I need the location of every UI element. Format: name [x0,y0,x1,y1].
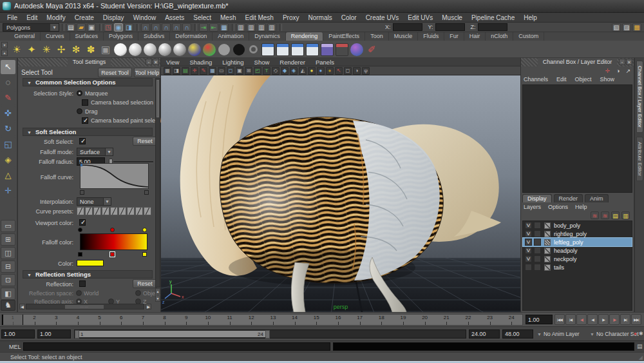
shading-map-icon[interactable] [203,43,216,56]
time-slider-frame[interactable]: 8 [154,315,176,325]
layer-name[interactable]: leftleg_poly [554,239,583,246]
shelf-tab[interactable]: Hair [464,32,486,41]
surface-shader-icon[interactable] [218,44,230,55]
input-connections-icon[interactable]: ⇥ [199,23,208,32]
create-layer-from-selected-icon[interactable]: ▥ [621,211,630,219]
spot-light-icon[interactable]: ✦ [25,43,38,57]
color-swatch[interactable] [77,260,104,266]
step-forward-frame-button[interactable]: ▶| [620,314,630,325]
shelf-tab[interactable]: Deformation [170,32,213,41]
shelf-tab[interactable]: Toon [365,32,389,41]
shelf-tab[interactable]: Subdivs [138,32,170,41]
four-pane-layout[interactable]: ⊞ [1,233,15,246]
layer-type-icon[interactable] [544,256,551,262]
marquee-label[interactable]: Marquee [85,90,108,97]
anisotropic-material-icon[interactable] [173,43,186,56]
curve-preset-pulse[interactable] [135,207,143,215]
move-tool[interactable]: ✜ [1,106,15,121]
menu-item[interactable]: Mesh [216,13,240,23]
layer-type-icon[interactable] [544,264,551,271]
layer-playback-toggle[interactable] [534,239,541,246]
layered-shader-icon[interactable] [249,45,258,54]
animation-preferences-icon[interactable]: ✱ [639,331,643,337]
time-slider-frame[interactable]: 24 [500,315,522,325]
time-slider-frame[interactable]: 18 [370,315,392,325]
create-camera-icon[interactable]: ▣ [99,43,112,57]
time-slider-frame[interactable]: 20 [414,315,436,325]
snap-point-icon[interactable]: ∩ [162,23,171,32]
paint-select-viewport-icon[interactable]: ↖ [335,67,343,75]
render-current-icon[interactable] [291,43,304,56]
channel-box-menu-item[interactable]: Object [575,76,592,83]
layer-name[interactable]: neckpoly [554,256,577,262]
step-back-key-button[interactable]: ◀| [576,314,587,325]
scroll-right-icon[interactable]: ▶ [146,304,151,309]
go-to-start-button[interactable]: |◀◀ [554,314,565,325]
reflection-space-world-radio[interactable] [76,290,82,296]
camera-based-selection-label[interactable]: Camera based selection [91,99,153,106]
reflection-reset-button[interactable]: Reset [133,279,157,288]
menu-item[interactable]: Edit UVs [403,13,437,23]
tool-help-button[interactable]: Tool Help [134,68,160,77]
isolate-select-icon[interactable]: ◻ [344,67,352,75]
shaded-icon[interactable]: ◆ [281,67,289,75]
select-camera-icon[interactable]: ▦ [164,67,171,75]
channel-box-menu-item[interactable]: Show [600,76,615,83]
render-globals-icon[interactable] [261,43,274,56]
channel-list-empty-area[interactable] [522,84,632,193]
group-divider[interactable] [232,24,234,31]
mental-ray-icon[interactable] [350,43,363,56]
scroll-left-icon[interactable]: ◀ [19,304,25,309]
time-slider-frame[interactable]: 21 [435,315,457,325]
curve-preset-soft[interactable] [77,207,84,215]
layer-row[interactable]: V neckpoly [523,255,632,263]
viewport-menu-item[interactable]: View [161,59,184,66]
shelf-tab[interactable]: PaintEffects [323,32,365,41]
curve-end-lock-icon[interactable] [144,190,149,195]
sidebar-tab[interactable]: Channel Box / Layer Editor [636,61,643,133]
area-light-icon[interactable]: ✢ [55,43,68,57]
all-lights-icon[interactable]: ● [317,67,325,75]
group-divider[interactable] [137,24,139,31]
use-background-icon[interactable] [233,44,245,55]
play-forwards-button[interactable]: ▶ [598,314,609,325]
safe-action-icon[interactable]: ◰ [254,67,261,75]
go-to-end-button[interactable]: ▶▶| [631,314,641,325]
paint-effects-shelf-icon[interactable]: ✐ [365,43,378,57]
curve-preset-spike[interactable] [110,207,118,215]
shelf-tab[interactable]: Surfaces [70,32,104,41]
curve-start-handle-icon[interactable] [80,190,84,195]
select-hierarchy-icon[interactable]: ◳ [104,23,113,32]
layer-visibility-toggle[interactable]: V [525,239,532,246]
shelf-tab[interactable]: Polygons [104,32,138,41]
show-attribute-editor-icon[interactable]: ▧ [612,23,621,32]
reset-tool-button[interactable]: Reset Tool [98,68,132,77]
camera-based-paint-checkbox[interactable] [82,117,88,124]
time-slider-frame[interactable]: 17 [349,315,371,325]
scrollbar-thumb[interactable] [156,80,159,117]
ipr-render-shelf-icon[interactable] [306,43,319,56]
gradient-stop-black-bottom[interactable] [78,252,82,257]
new-scene-icon[interactable]: ▤ [66,23,75,32]
sidebar-tab[interactable]: Attribute Editor [636,137,643,181]
animation-start-field[interactable] [1,329,35,338]
camera-based-selection-checkbox[interactable] [82,99,88,106]
command-language-label[interactable]: MEL [9,344,21,350]
curve-preset-medium[interactable] [85,207,93,215]
gradient-stop-red-bottom[interactable] [110,252,115,257]
menu-item[interactable]: Assets [160,13,189,23]
range-track[interactable]: 1 24 [74,329,466,338]
interpolation-dropdown[interactable]: None ▼ [77,197,111,206]
layer-visibility-toggle[interactable]: V [525,255,532,262]
marquee-radio[interactable] [77,90,82,96]
layer-name[interactable]: tails [554,264,564,271]
viewport-menu-item[interactable]: Show [249,59,275,66]
layer-stack-icon[interactable]: ≋ [591,211,599,219]
curve-preset-step[interactable] [127,207,135,215]
shelf-tab[interactable]: Rendering [286,32,324,41]
scrollbar-grip[interactable]: ⋯⋯ [65,305,104,309]
render-view-shelf-icon[interactable] [336,43,348,56]
joint-xray-icon[interactable]: ψ [362,67,370,75]
menu-item[interactable]: Select [189,13,216,23]
time-slider-frame[interactable]: 6 [110,315,132,325]
